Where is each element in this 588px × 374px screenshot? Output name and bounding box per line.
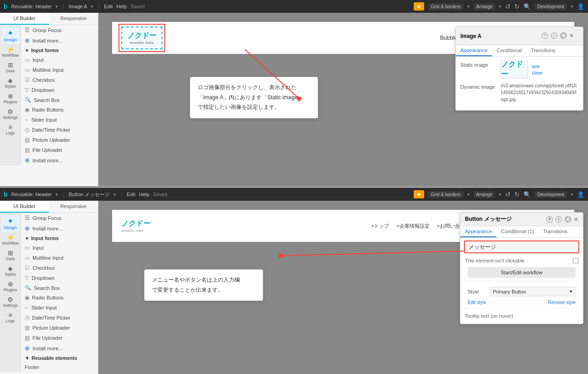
sidebar-item-install-more-1[interactable]: ⊕ Install more...	[21, 35, 98, 46]
datetime-item-1[interactable]: ◷ Date/Time Picker	[21, 125, 98, 135]
input-forms-header-1[interactable]: ▼ Input forms	[21, 46, 98, 55]
settings-icon-btn-2[interactable]: ⚙ Settings	[1, 294, 20, 310]
sidebar-item-install-more-3[interactable]: ⊕ Install more...	[21, 223, 98, 234]
see-link[interactable]: see	[532, 64, 543, 69]
file-item-2[interactable]: ▨ File Uploader	[21, 333, 98, 343]
checkbox-item-1[interactable]: ☑ Checkbox	[21, 75, 98, 85]
msg-input-field[interactable]	[464, 240, 579, 253]
picture-item-1[interactable]: ▨ Picture Uploader	[21, 135, 98, 145]
slider-item-1[interactable]: ─ Slider Input	[21, 115, 98, 125]
development-btn-2[interactable]: Development	[534, 191, 567, 198]
tab-transitions-image-a[interactable]: Transitions	[526, 45, 560, 56]
button-label[interactable]: Button メッセージ	[69, 191, 110, 198]
input-forms-header-2[interactable]: ▼ Input forms	[21, 234, 98, 243]
reusable-elements-header[interactable]: ▼ Reusable elements	[21, 353, 98, 363]
checkbox-item-2[interactable]: ☑ Checkbox	[21, 263, 98, 273]
star-icon-2[interactable]: ★	[414, 190, 424, 198]
edit-style-link[interactable]: Edit style	[468, 300, 486, 305]
install-more-4[interactable]: ⊕ Install more...	[21, 343, 98, 353]
styles-icon-btn[interactable]: ◈ Styles	[1, 75, 20, 91]
undo-btn[interactable]: ↺	[505, 3, 511, 10]
search-box-item-1[interactable]: 🔍 Search Box	[21, 95, 98, 105]
data-icon-btn[interactable]: ⊞ Data	[1, 59, 20, 75]
redo-btn[interactable]: ↻	[514, 3, 520, 10]
tab-ui-builder-2[interactable]: UI Builder	[0, 201, 49, 213]
radio-item-2[interactable]: ◉ Radio Buttons	[21, 293, 98, 303]
search-btn[interactable]: 🔍	[523, 3, 531, 10]
grid-borders-btn-2[interactable]: Grid & borders	[428, 191, 463, 198]
grid-borders-btn[interactable]: Grid & borders	[428, 3, 463, 10]
radio-item-1[interactable]: ◉ Radio Buttons	[21, 105, 98, 115]
tab-transitions-btn[interactable]: Transitions	[539, 226, 572, 237]
start-edit-workflow-btn[interactable]: Start/Edit workflow	[468, 267, 576, 278]
account-icon[interactable]: 👤	[577, 3, 584, 10]
data-icon-btn-2[interactable]: ⊞ Data	[1, 247, 20, 263]
nav-company-link[interactable]: >企業情報設定	[396, 223, 429, 230]
input-item-1[interactable]: ▭ Input	[21, 55, 98, 65]
workflow-icon-btn-2[interactable]: ⚡ Workflow	[1, 232, 20, 247]
input-item-2[interactable]: ▭ Input	[21, 243, 98, 253]
question-icon-image-a[interactable]: ?	[542, 32, 548, 39]
slider-item-2[interactable]: ─ Slider Input	[21, 303, 98, 313]
install-more-2[interactable]: ⊕ Install more...	[21, 155, 98, 166]
logs-icon-btn[interactable]: ≡ Logs	[1, 122, 20, 137]
remove-style-link[interactable]: Remove style	[548, 300, 576, 305]
logs-icon-btn-2[interactable]: ≡ Logs	[1, 310, 20, 325]
edit-menu-2[interactable]: Edit	[127, 192, 135, 197]
arrange-btn[interactable]: Arrange	[474, 3, 496, 10]
question-icon-btn[interactable]: ?	[546, 216, 553, 223]
close-icon-image-a[interactable]: ✕	[569, 32, 574, 39]
clear-link[interactable]: clear	[532, 70, 543, 75]
tab-responsive-2[interactable]: Responsive	[49, 201, 98, 213]
plugins-icon-btn-2[interactable]: ⊕ Plugins	[1, 278, 20, 294]
help-menu-2[interactable]: Help	[139, 192, 150, 197]
comment-icon-btn[interactable]: 💬	[565, 216, 571, 223]
sidebar-item-group-focus-1[interactable]: ☰ Group Focus	[21, 25, 98, 35]
design-icon-btn[interactable]: ✦ Design	[1, 27, 20, 44]
thumb-logo: ノクドー	[501, 60, 528, 79]
help-menu-1[interactable]: Help	[116, 4, 127, 9]
plugins-icon-btn[interactable]: ⊕ Plugins	[1, 91, 20, 106]
account-icon-2[interactable]: 👤	[577, 191, 584, 198]
development-btn[interactable]: Development	[534, 3, 567, 10]
comment-icon-image-a[interactable]: 💬	[560, 32, 566, 39]
footer-item[interactable]: Footer	[21, 363, 98, 372]
styles-icon-btn-2[interactable]: ◈ Styles	[1, 263, 20, 278]
multiline-item-1[interactable]: ▭ Multiline Input	[21, 65, 98, 75]
tab-ui-builder-1[interactable]: UI Builder	[0, 13, 49, 25]
design-icon-btn-2[interactable]: ✦ Design	[1, 215, 20, 232]
logo-container-1[interactable]: ノクドー knowDo Jobs	[119, 25, 164, 51]
style-select[interactable]: Primary Button ▾	[490, 287, 576, 296]
datetime-item-2[interactable]: ◷ Date/Time Picker	[21, 313, 98, 323]
file-item-1[interactable]: ▨ File Uploader	[21, 145, 98, 155]
image-a-label[interactable]: Image A	[69, 4, 87, 9]
not-clickable-checkbox[interactable]	[573, 258, 578, 263]
search-btn-2[interactable]: 🔍	[523, 191, 531, 198]
settings-label: Settings	[3, 115, 18, 120]
star-icon[interactable]: ★	[414, 2, 424, 11]
search-box-item-2[interactable]: 🔍 Search Box	[21, 283, 98, 293]
dropdown-item-1[interactable]: ▽ Dropdown	[21, 85, 98, 95]
multiline-item-2[interactable]: ▭ Multiline Input	[21, 253, 98, 263]
workflow-icon-btn[interactable]: ⚡ Workflow	[1, 44, 20, 59]
tab-appearance-btn[interactable]: Appearance	[460, 226, 496, 237]
info-icon-btn[interactable]: i	[556, 216, 562, 223]
dynamic-image-label: Dynamic image	[460, 82, 497, 90]
datetime-icon-2: ◷	[25, 315, 29, 321]
sidebar-item-group-focus-2[interactable]: ☰ Group Focus	[21, 213, 98, 223]
tab-appearance-image-a[interactable]: Appearance	[456, 45, 492, 56]
tab-conditional-image-a[interactable]: Conditional	[492, 45, 526, 56]
edit-menu-1[interactable]: Edit	[104, 4, 113, 9]
close-icon-btn[interactable]: ✕	[574, 216, 578, 223]
tab-responsive-1[interactable]: Responsive	[49, 13, 98, 25]
nav-top-link[interactable]: >トップ	[371, 223, 389, 230]
picture-item-2[interactable]: ▨ Picture Uploader	[21, 323, 98, 333]
info-icon-image-a[interactable]: i	[551, 32, 557, 39]
settings-icon-btn[interactable]: ⚙ Settings	[1, 106, 20, 122]
undo-btn-2[interactable]: ↺	[505, 191, 511, 198]
not-clickable-text: This element isn't clickable	[465, 258, 570, 263]
redo-btn-2[interactable]: ↻	[514, 191, 520, 198]
arrange-btn-2[interactable]: Arrange	[474, 191, 496, 198]
tab-conditional-btn[interactable]: Conditional (1)	[496, 226, 539, 237]
dropdown-item-2[interactable]: ▽ Dropdown	[21, 273, 98, 283]
